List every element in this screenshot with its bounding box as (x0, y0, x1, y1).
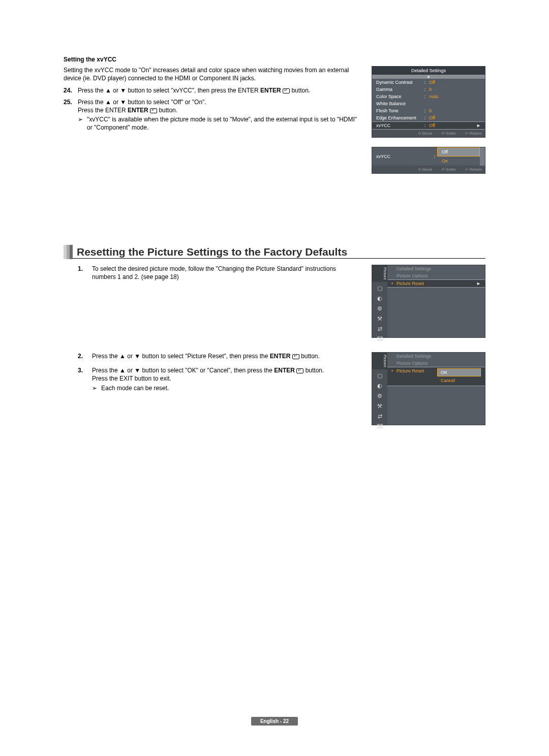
move-icon: ≎ (418, 167, 421, 172)
osd-row-label: Dynamic Contrast (376, 80, 423, 85)
note-icon: ➢ (92, 384, 101, 392)
input-icon: ⇄ (376, 326, 383, 332)
xvycc-intro: Setting the xvYCC mode to "On" increases… (64, 66, 361, 82)
osd-row-label: Picture Options (396, 361, 481, 366)
step-2-num: 2. (78, 352, 92, 360)
osd-row-label: Flesh Tone (376, 108, 423, 113)
footer-enter: Enter (446, 167, 456, 172)
app-icon: ⌧ (376, 423, 383, 429)
step-3-note: Each mode can be reset. (101, 384, 361, 392)
xvycc-heading: Setting the xvYCC (64, 56, 485, 63)
osd-row-label: Edge Enhancement (376, 115, 423, 120)
chevron-right-icon: ► (475, 281, 481, 286)
step-25-a: Press the ▲ or ▼ button to select "Off" … (78, 98, 361, 106)
page-footer: English - 22 (251, 717, 298, 726)
osd-opt-cancel: Cancel (437, 376, 481, 385)
return-icon: ↩ (465, 131, 469, 136)
osd-opt-on: On (437, 156, 480, 166)
channel-icon: ⚙ (376, 305, 383, 311)
step-3-post: button. (303, 367, 324, 374)
osd-row-label: xvYCC (376, 123, 423, 128)
heading-deco-icon (64, 245, 73, 259)
setup-icon: ⚒ (376, 403, 383, 409)
osd-row-label: Picture Reset (396, 368, 435, 373)
chevron-right-icon: ► (475, 123, 481, 128)
step-2-bold: ENTER (270, 353, 292, 360)
step-2-pre: Press the ▲ or ▼ button to select "Pictu… (92, 353, 270, 360)
osd-detailed-settings: Detailed Settings ▲ Dynamic Contrast:Off… (372, 66, 485, 138)
osd-row-label: Color Space (376, 94, 423, 99)
app-icon: ⌧ (376, 336, 383, 342)
osd-xvycc-popup: xvYCC : Off On ≎ Move ⏎ Enter ↩ Return (372, 147, 485, 174)
step-3-bold: ENTER (274, 367, 296, 374)
enter-icon (283, 88, 290, 93)
osd-row-val: Off (427, 115, 475, 120)
step-1-num: 1. (78, 265, 92, 281)
osd-row-label: Detailed Settings (396, 266, 475, 271)
osd-row-label: White Balance (376, 101, 423, 106)
setup-icon: ⚒ (376, 316, 383, 322)
osd-sub-colon: : (432, 147, 437, 166)
step-3-pre: Press the ▲ or ▼ button to select "OK" o… (92, 367, 274, 374)
osd-row-val: 0 (427, 87, 475, 92)
step-24-num: 24. (64, 86, 78, 94)
osd-opt-ok: OK (437, 368, 481, 376)
enter-icon (150, 108, 157, 113)
step-25-note: "xvYCC" is available when the picture mo… (87, 115, 361, 132)
osd-picture-menu: Picture ▢ ◐ ⚙ ⚒ ⇄ ⌧ Detailed Settings Pi… (372, 265, 485, 338)
enter-icon: ⏎ (441, 167, 445, 172)
osd-side-label: Picture (372, 265, 387, 282)
sound-icon: ◐ (376, 383, 383, 389)
step-24-text: Press the ▲ or ▼ button to select "xvYCC… (78, 87, 260, 94)
enter-icon (292, 354, 299, 359)
osd-sub-label: xvYCC (372, 147, 432, 166)
osd-title: Detailed Settings (372, 67, 485, 75)
osd-picture-reset-confirm: Picture ▢ ◐ ⚙ ⚒ ⇄ ⌧ Detailed Settings Pi… (372, 352, 485, 425)
step-24-tail: button. (290, 87, 310, 94)
osd-scrollbar (480, 147, 485, 166)
step-3-exit: Press the EXIT button to exit. (92, 374, 361, 383)
step-25-b-pre: Press the ENTER (78, 107, 128, 114)
step-1-text: To select the desired picture mode, foll… (92, 265, 361, 281)
footer-move: Move (422, 131, 433, 136)
osd-row-val: Off (427, 123, 475, 128)
osd-row-val: 0 (427, 108, 475, 113)
osd-row-val: Off (427, 80, 475, 85)
return-icon: ↩ (465, 167, 469, 172)
osd-side-label: Picture (372, 353, 387, 369)
osd-opt-off: Off (437, 147, 480, 156)
input-icon: ⇄ (376, 413, 383, 419)
footer-return: Return (470, 131, 482, 136)
footer-return: Return (470, 167, 482, 172)
step-25-num: 25. (64, 98, 78, 132)
footer-move: Move (422, 167, 433, 172)
osd-row-label: Gamma (376, 87, 423, 92)
step-3-num: 3. (78, 366, 92, 392)
channel-icon: ⚙ (376, 393, 383, 399)
step-25-b-post: button. (157, 107, 177, 114)
osd-row-label: Picture Options (396, 273, 475, 278)
osd-scroll-up: ▲ (372, 75, 485, 79)
osd-row-val: Auto (427, 94, 475, 99)
reset-heading: Resetting the Picture Settings to the Fa… (77, 245, 347, 259)
tv-icon: ▢ (376, 285, 383, 291)
osd-row-label: Detailed Settings (396, 354, 481, 359)
move-icon: ≎ (418, 131, 421, 136)
enter-icon: ⏎ (441, 131, 445, 136)
osd-row-label: Picture Reset (396, 281, 475, 286)
footer-enter: Enter (446, 131, 456, 136)
sound-icon: ◐ (376, 295, 383, 301)
tv-icon: ▢ (376, 372, 383, 379)
note-icon: ➢ (78, 115, 87, 132)
enter-icon (296, 368, 303, 373)
step-2-post: button. (299, 353, 320, 360)
